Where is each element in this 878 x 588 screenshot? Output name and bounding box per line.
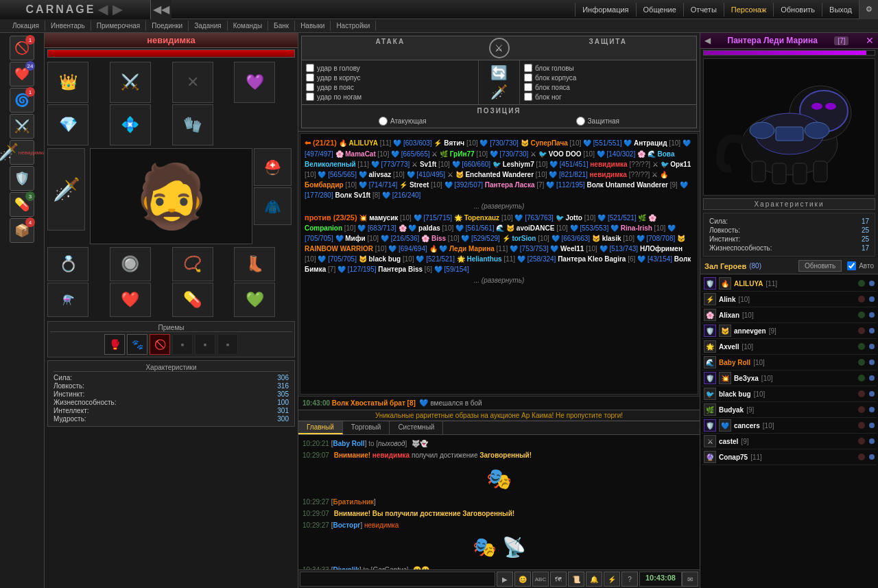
nav-location[interactable]: Локация: [7, 21, 45, 31]
nav-bank[interactable]: Банк: [268, 21, 295, 31]
nav-exit[interactable]: Выход: [822, 3, 859, 16]
chat-tab-trade[interactable]: Торговый: [343, 421, 390, 434]
nav-inventory[interactable]: Инвентарь: [45, 21, 91, 31]
nav-reports[interactable]: Отчеты: [683, 3, 724, 16]
nav-duels[interactable]: Поединки: [146, 21, 189, 31]
sidebar-icon-4[interactable]: ⚔️: [10, 114, 34, 139]
hero-row-alixan[interactable]: 🌸Alixan [10]: [702, 307, 877, 323]
log-expand-2[interactable]: ... (развернуть): [305, 275, 693, 285]
equip-slot-helm[interactable]: ⛑️: [254, 148, 292, 186]
nav-teams[interactable]: Команды: [228, 21, 268, 31]
equip-slot-gem1[interactable]: 💎: [47, 104, 88, 145]
chat-extra1-btn[interactable]: 🔔: [586, 572, 602, 587]
nav-skills[interactable]: Навыки: [295, 21, 331, 31]
position-defending[interactable]: Защитная: [576, 117, 620, 126]
equip-slot-gem2[interactable]: 💠: [110, 104, 151, 145]
heroes-refresh-button[interactable]: Обновить: [798, 260, 842, 272]
priemy-icon-4[interactable]: ▪: [172, 334, 193, 355]
equip-slot-amulet[interactable]: 📿: [172, 247, 213, 281]
chat-emoji-btn[interactable]: 😊: [514, 572, 531, 587]
priemy-icon-2[interactable]: 🐾: [127, 334, 147, 355]
chat-scroll-btn[interactable]: 📜: [568, 572, 584, 587]
pet-arrow-left[interactable]: ◀: [704, 36, 711, 45]
attack-head-checkbox[interactable]: [306, 64, 314, 72]
sidebar-icon-6[interactable]: 💊 3: [10, 192, 34, 217]
equip-slot-heart[interactable]: 💜: [234, 62, 275, 103]
sidebar-icon-3[interactable]: 🌀 1: [10, 88, 34, 113]
attack-head[interactable]: удар в голову: [306, 64, 474, 72]
hero-row-beзуха[interactable]: 🛡️💥BeЗуха [10]: [702, 371, 877, 386]
battle-log[interactable]: ⬅ (21/21) 🔥 ALILUYA [11] 💙 [603/603] ⚡ В…: [300, 133, 698, 395]
sidebar-icon-kopyo[interactable]: 🗡️ невидимка: [10, 140, 34, 165]
sidebar-icon-5[interactable]: 🛡️: [10, 166, 34, 191]
sidebar-icon-1[interactable]: 🚫 1: [10, 36, 34, 60]
attack-body[interactable]: удар в корпус: [306, 73, 474, 82]
hero-row-annevgen[interactable]: 🛡️🐱annevgen [9]: [702, 323, 877, 339]
nav-character[interactable]: Персонаж: [724, 3, 773, 16]
equip-slot-spear[interactable]: 🗡️: [47, 148, 85, 231]
attack-body-checkbox[interactable]: [306, 73, 314, 82]
attack-waist-checkbox[interactable]: [306, 83, 314, 91]
hero-row-aliluya[interactable]: 🛡️🔥ALILUYA [11]: [702, 276, 877, 292]
auto-checkbox[interactable]: [847, 261, 856, 270]
settings-button[interactable]: ⚙: [859, 0, 878, 19]
pet-close-button[interactable]: ✕: [866, 35, 874, 46]
defense-head[interactable]: блок головы: [524, 64, 692, 72]
log-expand-1[interactable]: ... (развернуть): [305, 201, 693, 211]
equip-slot-extra2[interactable]: ❤️: [110, 283, 151, 317]
hero-row-cancers[interactable]: 🛡️💙cancers [10]: [702, 418, 877, 434]
auto-check-row[interactable]: Авто: [847, 261, 874, 270]
nav-refresh[interactable]: Обновить: [773, 3, 822, 16]
chat-extra2-btn[interactable]: ⚡: [604, 572, 620, 587]
defense-body[interactable]: блок корпуса: [524, 73, 692, 82]
hero-row-castel[interactable]: ⚔castel [9]: [702, 434, 877, 449]
priemy-icon-3[interactable]: 🚫: [150, 334, 170, 355]
chat-question-btn[interactable]: ?: [621, 572, 638, 587]
equip-slot-extra3[interactable]: 💊: [172, 283, 213, 317]
nav-fitting[interactable]: Примерочная: [91, 21, 146, 31]
equip-slot-extra1[interactable]: ⚗️: [47, 283, 88, 317]
defense-head-checkbox[interactable]: [524, 64, 532, 72]
equip-slot-empty1[interactable]: ✕: [172, 62, 213, 103]
combat-center-icon-1[interactable]: 🔄: [490, 64, 508, 81]
equip-slot-belt[interactable]: 🔘: [110, 247, 151, 281]
position-attacking-radio[interactable]: [379, 117, 388, 126]
position-defending-radio[interactable]: [576, 117, 585, 126]
defense-legs[interactable]: блок ног: [524, 93, 692, 101]
hero-row-axvell[interactable]: 🌟Axvell [10]: [702, 339, 877, 355]
chat-log[interactable]: 10:20:21 [Baby Roll] to [пыховод] 🐺👻 10:…: [298, 435, 700, 569]
chat-tab-main[interactable]: Главный: [298, 421, 343, 434]
attack-waist[interactable]: удар в пояс: [306, 83, 474, 91]
nav-quests[interactable]: Задания: [189, 21, 228, 31]
priemy-icon-6[interactable]: ▪: [217, 334, 238, 355]
chat-map-btn[interactable]: 🗺: [550, 572, 567, 587]
heroes-list[interactable]: 🛡️🔥ALILUYA [11]⚡Alink [10]🌸Alixan [10]🛡️…: [700, 274, 878, 588]
hero-row-сопар75[interactable]: 🔮Сопар75 [11]: [702, 449, 877, 465]
hero-row-budyak[interactable]: 🌿Budyak [9]: [702, 402, 877, 418]
nav-communication[interactable]: Общение: [636, 3, 683, 16]
chat-send-btn[interactable]: ▶: [497, 572, 513, 587]
chat-abc-btn[interactable]: ABC: [532, 572, 549, 587]
equip-slot-cape[interactable]: 🧥: [254, 187, 292, 225]
hero-row-alink[interactable]: ⚡Alink [10]: [702, 292, 877, 307]
sidebar-icon-2[interactable]: ❤️ 24: [10, 62, 34, 86]
priemy-icon-5[interactable]: ▪: [195, 334, 215, 355]
chat-mail-btn[interactable]: ✉: [682, 572, 698, 587]
equip-slot-extra4[interactable]: 💚: [234, 283, 275, 317]
priemy-icon-1[interactable]: 🥊: [104, 334, 125, 355]
chat-tab-system[interactable]: Системный: [390, 421, 443, 434]
chat-input[interactable]: [300, 572, 495, 587]
attack-legs-checkbox[interactable]: [306, 93, 314, 101]
equip-slot-boot[interactable]: 👢: [234, 247, 275, 281]
equip-slot-gloves[interactable]: 🧤: [172, 104, 213, 145]
defense-legs-checkbox[interactable]: [524, 93, 532, 101]
defense-waist-checkbox[interactable]: [524, 83, 532, 91]
equip-slot-sword[interactable]: ⚔️: [110, 62, 151, 103]
nav-info[interactable]: Информация: [575, 3, 635, 16]
defense-waist[interactable]: блок пояса: [524, 83, 692, 91]
hero-row-black-bug[interactable]: 🐦black bug [10]: [702, 386, 877, 402]
attack-legs[interactable]: удар по ногам: [306, 93, 474, 101]
defense-body-checkbox[interactable]: [524, 73, 532, 82]
nav-settings[interactable]: Настройки: [331, 21, 376, 31]
combat-center-icon-2[interactable]: 🗡️: [490, 84, 508, 100]
